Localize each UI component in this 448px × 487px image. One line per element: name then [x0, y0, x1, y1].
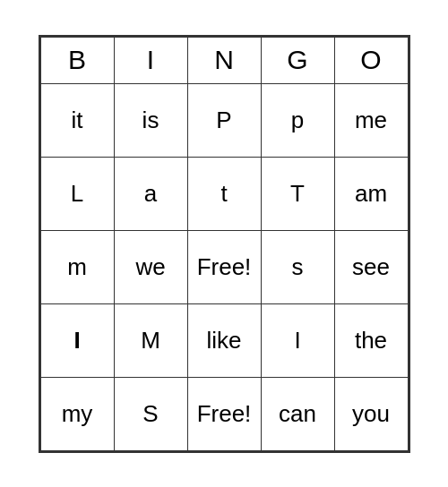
cell-r1-c3: T — [261, 157, 334, 230]
bingo-card: BINGO itisPpmeLatTammweFree!sseeIMlikeIt… — [39, 35, 410, 453]
header-row: BINGO — [40, 37, 408, 83]
table-row: IMlikeIthe — [40, 303, 408, 377]
cell-r2-c3: s — [261, 230, 334, 303]
header-cell-i: I — [114, 37, 187, 83]
cell-r0-c3: p — [261, 83, 334, 157]
cell-r0-c1: is — [114, 83, 187, 157]
cell-r2-c2: Free! — [187, 230, 261, 303]
bingo-table: BINGO itisPpmeLatTammweFree!sseeIMlikeIt… — [40, 37, 409, 451]
header-cell-b: B — [40, 37, 114, 83]
header-cell-g: G — [261, 37, 334, 83]
cell-r1-c0: L — [40, 157, 114, 230]
table-row: LatTam — [40, 157, 408, 230]
cell-r0-c4: me — [334, 83, 408, 157]
cell-r0-c2: P — [187, 83, 261, 157]
table-row: mweFree!ssee — [40, 230, 408, 303]
cell-r1-c2: t — [187, 157, 261, 230]
cell-r2-c4: see — [334, 230, 408, 303]
cell-r3-c4: the — [334, 303, 408, 377]
header-cell-n: N — [187, 37, 261, 83]
cell-r4-c4: you — [334, 377, 408, 450]
cell-r1-c4: am — [334, 157, 408, 230]
cell-r4-c0: my — [40, 377, 114, 450]
cell-r3-c1: M — [114, 303, 187, 377]
cell-r3-c2: like — [187, 303, 261, 377]
cell-r4-c2: Free! — [187, 377, 261, 450]
table-row: mySFree!canyou — [40, 377, 408, 450]
cell-r2-c0: m — [40, 230, 114, 303]
table-row: itisPpme — [40, 83, 408, 157]
cell-r4-c3: can — [261, 377, 334, 450]
cell-r1-c1: a — [114, 157, 187, 230]
cell-r2-c1: we — [114, 230, 187, 303]
cell-r3-c0: I — [40, 303, 114, 377]
cell-r4-c1: S — [114, 377, 187, 450]
cell-r3-c3: I — [261, 303, 334, 377]
header-cell-o: O — [334, 37, 408, 83]
cell-r0-c0: it — [40, 83, 114, 157]
